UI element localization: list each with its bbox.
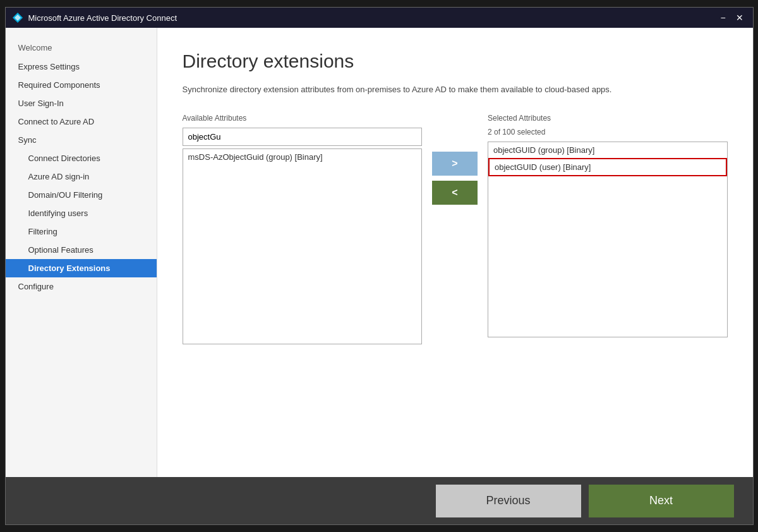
sidebar-item-connect-directories[interactable]: Connect Directories xyxy=(6,149,157,167)
sidebar-item-sync[interactable]: Sync xyxy=(6,131,157,149)
transfer-buttons: > < xyxy=(422,114,488,205)
selected-item[interactable]: objectGUID (group) [Binary] xyxy=(488,142,727,158)
add-button[interactable]: > xyxy=(432,152,478,176)
sidebar-item-express-settings[interactable]: Express Settings xyxy=(6,57,157,76)
sidebar-item-directory-extensions[interactable]: Directory Extensions xyxy=(6,259,157,277)
welcome-label: Welcome xyxy=(6,40,157,55)
sidebar-item-azure-ad-sign-in[interactable]: Azure AD sign-in xyxy=(6,167,157,186)
selected-item[interactable]: objectGUID (user) [Binary] xyxy=(488,158,727,176)
sidebar-item-domain-ou-filtering[interactable]: Domain/OU Filtering xyxy=(6,186,157,204)
sidebar-item-identifying-users[interactable]: Identifying users xyxy=(6,204,157,222)
page-title: Directory extensions xyxy=(183,51,728,72)
footer: Previous Next xyxy=(6,477,753,524)
minimize-button[interactable]: − xyxy=(716,11,730,25)
title-bar: Microsoft Azure Active Directory Connect… xyxy=(6,8,753,28)
available-attributes-label: Available Attributes xyxy=(183,114,423,123)
previous-button[interactable]: Previous xyxy=(436,485,581,517)
next-button[interactable]: Next xyxy=(589,485,734,517)
main-content: Welcome Express SettingsRequired Compone… xyxy=(6,28,753,477)
remove-button[interactable]: < xyxy=(432,181,478,205)
selected-attributes-panel: Selected Attributes 2 of 100 selected ob… xyxy=(488,114,728,337)
app-icon xyxy=(12,12,23,23)
window-title: Microsoft Azure Active Directory Connect xyxy=(28,13,716,23)
sidebar-item-filtering[interactable]: Filtering xyxy=(6,222,157,241)
available-attributes-listbox[interactable]: msDS-AzObjectGuid (group) [Binary] xyxy=(183,148,423,344)
sidebar-item-optional-features[interactable]: Optional Features xyxy=(6,241,157,259)
selected-count: 2 of 100 selected xyxy=(488,128,728,136)
main-window: Microsoft Azure Active Directory Connect… xyxy=(5,7,754,525)
selected-attributes-listbox[interactable]: objectGUID (group) [Binary]objectGUID (u… xyxy=(488,142,728,337)
available-item[interactable]: msDS-AzObjectGuid (group) [Binary] xyxy=(183,149,422,165)
available-attributes-panel: Available Attributes msDS-AzObjectGuid (… xyxy=(183,114,423,344)
search-input[interactable] xyxy=(183,128,423,146)
attributes-container: Available Attributes msDS-AzObjectGuid (… xyxy=(183,114,728,465)
window-controls: − ✕ xyxy=(716,11,747,25)
page-description: Synchronize directory extension attribut… xyxy=(183,83,612,96)
close-button[interactable]: ✕ xyxy=(733,11,747,25)
sidebar-item-required-components[interactable]: Required Components xyxy=(6,76,157,94)
sidebar-item-configure[interactable]: Configure xyxy=(6,277,157,296)
content-area: Directory extensions Synchronize directo… xyxy=(157,28,753,477)
sidebar-item-user-sign-in[interactable]: User Sign-In xyxy=(6,94,157,112)
sidebar-item-connect-azure-ad[interactable]: Connect to Azure AD xyxy=(6,112,157,131)
selected-attributes-label: Selected Attributes xyxy=(488,114,728,123)
sidebar: Welcome Express SettingsRequired Compone… xyxy=(6,28,157,477)
